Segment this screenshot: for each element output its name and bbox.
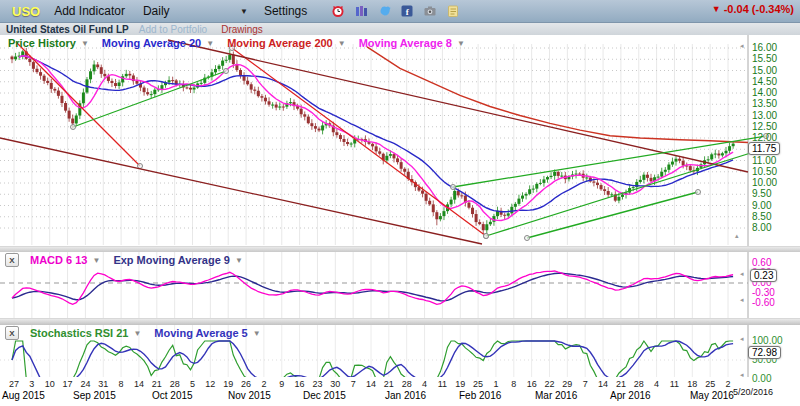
add-to-portfolio-link[interactable]: Add to Portfolio — [139, 24, 207, 35]
date-tick: 23 — [312, 379, 322, 389]
axis-scroll-arrow[interactable]: ◂ — [740, 371, 744, 379]
month-label: Feb 2016 — [459, 390, 501, 401]
camera-icon[interactable] — [423, 4, 437, 18]
axis-scroll-arrow[interactable]: ◂ — [740, 335, 744, 343]
last-price-badge: 11.75 — [748, 142, 780, 155]
last-date-label: 5/20/2016 — [733, 387, 773, 397]
chevron-down-icon[interactable]: ▼ — [133, 329, 141, 338]
twitter-icon[interactable] — [377, 4, 391, 18]
date-tick: 16 — [527, 379, 537, 389]
price-axis-label: 10.00 — [752, 177, 777, 188]
price-axis-label: 8.00 — [752, 222, 771, 233]
axis-scroll-arrow[interactable]: ▴ — [735, 232, 739, 240]
date-tick: 2 — [261, 379, 266, 389]
settings-button[interactable]: Settings — [264, 4, 307, 18]
month-label: Mar 2016 — [535, 390, 577, 401]
date-tick: 26 — [241, 379, 251, 389]
date-tick: 8 — [511, 379, 516, 389]
month-label: May 2016 — [690, 390, 734, 401]
close-panel-button[interactable]: X — [5, 326, 19, 340]
price-change: ▼ -0.04 (-0.34%) — [712, 3, 794, 15]
chevron-down-icon[interactable]: ▼ — [206, 39, 214, 48]
legend-item[interactable]: Moving Average 8 — [359, 37, 452, 49]
charting-app: USO Add Indicator Daily ▼ Settings f ▼ -… — [0, 0, 800, 406]
drawings-menu[interactable]: Drawings — [221, 24, 263, 35]
price-axis-label: 14.00 — [752, 87, 777, 98]
facebook-icon[interactable]: f — [400, 4, 414, 18]
legend-item[interactable]: MACD 6 13 — [30, 254, 87, 266]
chevron-down-icon: ▼ — [240, 7, 248, 16]
legend-item[interactable]: Price History — [8, 37, 76, 49]
date-tick: 17 — [63, 379, 73, 389]
month-label: Oct 2015 — [152, 390, 193, 401]
date-axis[interactable]: 2731017243181421285121926291623307142128… — [0, 377, 800, 406]
legend-item[interactable]: Stochastics RSI 21 — [30, 327, 128, 339]
axis-scroll-arrow[interactable]: ◂ — [740, 42, 744, 50]
date-tick: 21 — [152, 379, 162, 389]
price-axis-label: 13.00 — [752, 110, 777, 121]
month-label: Sep 2015 — [73, 390, 116, 401]
date-tick: 28 — [170, 379, 180, 389]
price-axis-label: 16.00 — [752, 42, 777, 53]
period-dropdown[interactable]: Daily ▼ — [143, 4, 248, 18]
date-tick: 25 — [705, 379, 715, 389]
month-label: Aug 2015 — [2, 390, 45, 401]
month-label: Apr 2016 — [610, 390, 651, 401]
chevron-down-icon[interactable]: ▼ — [457, 39, 465, 48]
date-tick: 2 — [725, 379, 730, 389]
legend-item[interactable]: Moving Average 5 — [154, 327, 247, 339]
macd-legend: XMACD 6 13▼Exp Moving Average 9▼ — [5, 253, 251, 267]
alarm-clock-icon[interactable] — [331, 4, 345, 18]
macd-axis-label: -0.60 — [752, 297, 775, 308]
price-axis-label: 12.50 — [752, 121, 777, 132]
date-tick: 7 — [583, 379, 588, 389]
price-axis-label: 9.00 — [752, 200, 771, 211]
date-tick: 14 — [366, 379, 376, 389]
axis-scroll-arrow[interactable]: ◂ — [740, 296, 744, 304]
price-axis-label: 15.50 — [752, 53, 777, 64]
date-tick: 28 — [634, 379, 644, 389]
date-tick: 1 — [493, 379, 498, 389]
date-tick: 21 — [384, 379, 394, 389]
date-tick: 11 — [670, 379, 679, 389]
date-tick: 7 — [351, 379, 356, 389]
price-chart[interactable] — [0, 35, 800, 246]
date-tick: 4 — [422, 379, 427, 389]
price-axis-label: 13.50 — [752, 98, 777, 109]
macd-value-badge: 0.23 — [750, 269, 777, 282]
legend-item[interactable]: Moving Average 20 — [102, 37, 201, 49]
chevron-down-icon[interactable]: ▼ — [338, 39, 346, 48]
price-axis-label: 10.50 — [752, 166, 777, 177]
stochastics-axis-label: 100.00 — [752, 335, 783, 346]
date-tick: 10 — [45, 379, 55, 389]
price-axis-label: 8.50 — [752, 211, 771, 222]
date-tick: 30 — [330, 379, 340, 389]
date-tick: 16 — [295, 379, 305, 389]
date-tick: 14 — [134, 379, 144, 389]
month-label: Jan 2016 — [385, 390, 426, 401]
stochastics-axis-label: 0.00 — [752, 373, 771, 384]
close-panel-button[interactable]: X — [5, 253, 19, 267]
month-label: Dec 2015 — [303, 390, 346, 401]
axis-scroll-arrow[interactable]: ◂ — [740, 270, 744, 278]
legend-item[interactable]: Exp Moving Average 9 — [113, 254, 230, 266]
symbol-label: USO — [12, 4, 40, 19]
date-tick: 19 — [455, 379, 465, 389]
chevron-down-icon[interactable]: ▼ — [81, 39, 89, 48]
price-legend: Price History▼Moving Average 20▼Moving A… — [8, 37, 473, 49]
library-icon[interactable] — [354, 4, 368, 18]
notes-icon[interactable] — [446, 4, 460, 18]
legend-item[interactable]: Moving Average 200 — [227, 37, 333, 49]
date-tick: 24 — [80, 379, 90, 389]
fund-name: United States Oil Fund LP — [6, 24, 129, 35]
chevron-down-icon[interactable]: ▼ — [92, 256, 100, 265]
chevron-down-icon[interactable]: ▼ — [235, 256, 243, 265]
chevron-down-icon[interactable]: ▼ — [253, 329, 261, 338]
date-tick: 18 — [687, 379, 697, 389]
price-axis-label: 15.00 — [752, 65, 777, 76]
stochastics-value-badge: 72.98 — [748, 346, 781, 359]
stochastics-legend: XStochastics RSI 21▼Moving Average 5▼ — [5, 326, 269, 340]
add-indicator-button[interactable]: Add Indicator — [54, 4, 125, 18]
date-tick: 19 — [223, 379, 233, 389]
price-axis-label: 11.00 — [752, 155, 776, 166]
